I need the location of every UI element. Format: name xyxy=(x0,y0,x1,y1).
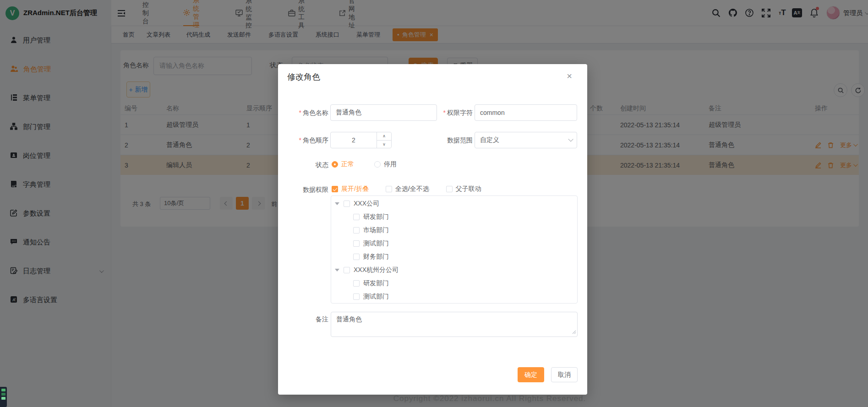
cancel-button[interactable]: 取消 xyxy=(551,367,578,382)
tree-checkbox[interactable] xyxy=(353,280,360,287)
perm-checkbox-group: 展开/折叠 全选/全不选 父子联动 xyxy=(332,184,481,194)
tree-node[interactable]: 研发部门 xyxy=(331,277,577,290)
edit-role-dialog: 修改角色 × *角色名称 普通角色 *权限字符 common *角色顺序 2 ∧… xyxy=(278,64,587,395)
tree-node-root[interactable]: XXX杭州分公司 xyxy=(331,263,577,277)
status-radio-group: 正常 停用 xyxy=(332,159,397,169)
confirm-button[interactable]: 确定 xyxy=(518,367,544,382)
role-name-field[interactable]: 普通角色 xyxy=(330,104,437,121)
radio-normal[interactable] xyxy=(332,161,338,168)
role-key-field-label: *权限字符 xyxy=(429,109,473,117)
data-scope-field-label: 数据范围 xyxy=(429,136,473,145)
tree-node[interactable]: 测试部门 xyxy=(331,290,577,303)
tree-checkbox[interactable] xyxy=(353,254,360,260)
radio-disabled[interactable] xyxy=(374,161,381,168)
checkbox-select-all[interactable] xyxy=(386,186,392,192)
checkbox-parent-child[interactable] xyxy=(446,186,453,192)
role-order-field-label: *角色顺序 xyxy=(285,136,328,145)
tree-node-root[interactable]: XXX公司 xyxy=(331,197,577,210)
remark-field-label: 备注 xyxy=(285,315,328,324)
tree-expand-icon[interactable] xyxy=(335,202,339,205)
role-name-field-label: *角色名称 xyxy=(285,109,328,117)
tree-node[interactable]: 测试部门 xyxy=(331,237,577,250)
tree-node[interactable]: 市场部门 xyxy=(331,223,577,237)
tree-node[interactable]: 研发部门 xyxy=(331,210,577,223)
resize-grip-icon[interactable] xyxy=(572,328,576,336)
dialog-title: 修改角色 xyxy=(287,71,320,82)
app-root: V ZRAdmin.NET后台管理 控制台 系统管理 系统监控 系统工具 xyxy=(0,0,868,407)
tree-checkbox[interactable] xyxy=(353,214,360,220)
tree-checkbox[interactable] xyxy=(353,227,360,233)
status-field-label: 状态 xyxy=(285,161,328,169)
data-scope-select[interactable]: 自定义 xyxy=(475,132,577,148)
checkbox-expand-collapse[interactable] xyxy=(332,186,338,192)
dialog-close-icon[interactable]: × xyxy=(564,71,575,81)
tree-checkbox[interactable] xyxy=(353,293,360,300)
tree-checkbox[interactable] xyxy=(344,201,350,207)
tree-checkbox[interactable] xyxy=(344,267,350,273)
role-order-stepper[interactable]: 2 ∧ ∨ xyxy=(330,132,392,148)
stepper-down-button[interactable]: ∨ xyxy=(377,140,391,148)
stepper-up-button[interactable]: ∧ xyxy=(377,132,391,140)
tree-node[interactable]: 财务部门 xyxy=(331,250,577,263)
remark-textarea[interactable]: 普通角色 xyxy=(331,312,578,337)
perm-field-label: 数据权限 xyxy=(285,186,328,194)
chevron-down-icon xyxy=(568,136,573,141)
tree-expand-icon[interactable] xyxy=(335,269,339,271)
permission-tree: XXX公司 研发部门 市场部门 测试部门 财务部门 XXX杭州分公司 xyxy=(331,195,578,304)
tree-checkbox[interactable] xyxy=(353,240,360,247)
role-key-field[interactable]: common xyxy=(475,104,577,121)
system-tray-thumbnail[interactable] xyxy=(0,387,7,407)
